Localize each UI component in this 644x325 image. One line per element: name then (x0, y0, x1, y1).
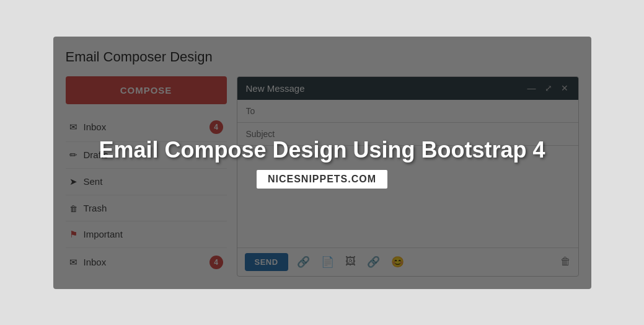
sidebar-label: Important (84, 229, 123, 239)
compose-panel: New Message — ⤢ ✕ SEND 🔗 📄 🖼 🔗 😊 🗑 (237, 76, 579, 277)
to-field[interactable] (237, 100, 578, 123)
sidebar: COMPOSE Inbox 4 (66, 76, 227, 277)
link-icon[interactable]: 🔗 (364, 254, 382, 270)
sidebar-item-inbox1[interactable]: Inbox 4 (66, 113, 227, 141)
subject-field[interactable] (237, 123, 578, 146)
inbox-icon (69, 122, 77, 133)
badge-inbox2: 4 (210, 256, 223, 269)
nav-list: Inbox 4 Drafts (66, 113, 227, 277)
card-title: Email Composer Design (66, 49, 579, 65)
compose-header: New Message — ⤢ ✕ (237, 77, 578, 100)
list-item: Inbox 4 (66, 113, 227, 142)
compose-toolbar: SEND 🔗 📄 🖼 🔗 😊 🗑 (237, 247, 578, 276)
send-button[interactable]: SEND (245, 253, 288, 271)
list-item: Trash (66, 195, 227, 221)
sidebar-item-trash[interactable]: Trash (66, 195, 227, 221)
sidebar-item-important[interactable]: Important (66, 221, 227, 247)
sidebar-item-inbox2[interactable]: Inbox 4 (66, 248, 227, 277)
expand-button[interactable]: ⤢ (544, 83, 554, 93)
list-item: Inbox 4 (66, 248, 227, 277)
badge-inbox1: 4 (210, 120, 223, 134)
compose-header-title: New Message (246, 83, 305, 94)
drafts-icon (69, 149, 77, 161)
sent-icon (69, 176, 77, 187)
sidebar-label: Inbox (84, 257, 107, 267)
list-item: Drafts (66, 142, 227, 169)
header-actions: — ⤢ ✕ (526, 83, 570, 93)
inbox-icon2 (69, 257, 77, 268)
close-button[interactable]: ✕ (560, 83, 570, 93)
compose-button[interactable]: COMPOSE (66, 76, 227, 104)
sidebar-label: Sent (84, 176, 103, 187)
attachment-icon[interactable]: 🔗 (294, 254, 312, 270)
list-item: Sent (66, 169, 227, 195)
sidebar-label: Trash (84, 203, 107, 213)
sidebar-item-sent[interactable]: Sent (66, 169, 227, 195)
main-card: Email Composer Design COMPOSE Inbox 4 (53, 36, 592, 290)
list-item: Important (66, 221, 227, 248)
delete-button[interactable]: 🗑 (560, 256, 571, 268)
sidebar-label: Drafts (84, 149, 108, 160)
image-icon[interactable]: 🖼 (343, 254, 358, 269)
important-icon (69, 229, 77, 240)
body-field[interactable] (237, 146, 578, 247)
sidebar-label: Inbox (84, 122, 107, 132)
emoji-icon[interactable]: 😊 (389, 254, 407, 270)
sidebar-item-drafts[interactable]: Drafts (66, 142, 227, 168)
layout: COMPOSE Inbox 4 (66, 76, 579, 277)
trash-icon (69, 203, 77, 213)
file-icon[interactable]: 📄 (319, 254, 337, 270)
minimize-button[interactable]: — (526, 83, 537, 93)
